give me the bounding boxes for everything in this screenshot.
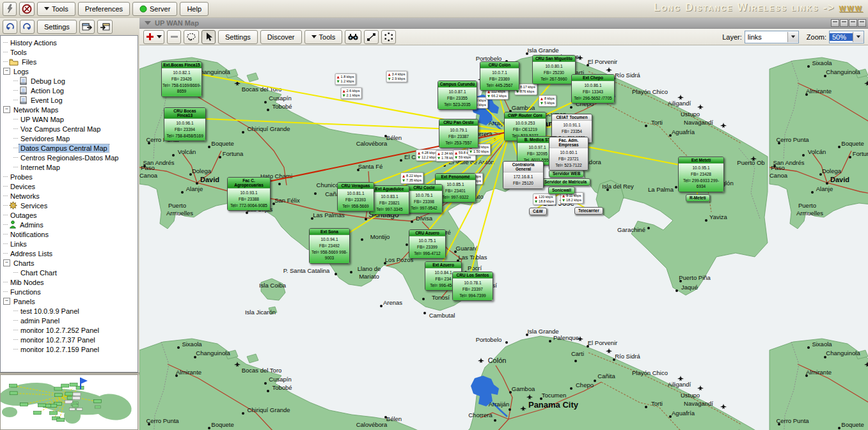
sidebar-item-tools[interactable]: Tools — [3, 47, 138, 57]
device-node-ext-sona[interactable]: Ext Sona10.0.94.1FB= 23492Tel= 958-5669 … — [309, 228, 350, 264]
sidebar-item-files[interactable]: Files — [3, 57, 138, 66]
maximize-button[interactable] — [858, 19, 866, 27]
sidebar-item-panels[interactable]: −Panels — [3, 296, 138, 306]
map-settings-button[interactable]: Settings — [218, 30, 258, 44]
link-tool-button[interactable] — [364, 30, 379, 44]
layout-1-button[interactable] — [831, 19, 839, 27]
sidebar-item-monitor-10-2-7-159-panel[interactable]: monitor 10.2.7.159 Panel — [13, 344, 138, 354]
flash-button[interactable] — [3, 2, 17, 16]
tools-menu[interactable]: Tools — [37, 2, 75, 16]
device-node-cru-pan-oeste[interactable]: CRU Pan Oeste10.0.79.1FB= 23387Tel= 253-… — [439, 119, 478, 148]
server-button[interactable]: Server — [132, 2, 177, 16]
sidebar-item-internet-map[interactable]: Internet Map — [13, 162, 138, 172]
selection-tool-button[interactable] — [381, 30, 396, 44]
device-node-fac-adm-empresas[interactable]: Fac. Adm. Empresas10.0.60.1FB= 23721Tel=… — [549, 137, 588, 171]
device-node-cru-san-miguelito[interactable]: CRU San Miguelito10.0.80.1FB= 25230Tel= … — [532, 55, 576, 84]
sidebar-item-history-actions[interactable]: History Actions — [3, 38, 138, 47]
expander-icon[interactable]: − — [3, 68, 10, 75]
brand-www-link[interactable]: www — [839, 2, 863, 13]
device-node-cru-veraguas[interactable]: CRU Veraguas10.0.81.1FB= 23393Tel= 958-5… — [337, 182, 374, 211]
expander-icon[interactable]: − — [3, 259, 10, 266]
sidebar-item-debug-log[interactable]: Debug Log — [13, 76, 138, 86]
redo-button[interactable] — [20, 20, 35, 34]
device-node-fac-c-agropecuarias[interactable]: Fac C. Agropecuarias10.0.93.1FB= 23388Te… — [227, 177, 271, 211]
device-node-cru-los-santos[interactable]: CRU Los Santos10.0.78.1FB= 23397Tel= 994… — [452, 272, 493, 301]
expander-icon[interactable]: − — [3, 298, 10, 305]
layout-2-button[interactable] — [840, 19, 848, 27]
settings-button[interactable]: Settings — [37, 20, 77, 34]
sidebar-item-test-10-0-9-9-panel[interactable]: test 10.0.9.9 Panel — [13, 306, 138, 316]
sidebar-item-devices[interactable]: Devices — [3, 181, 138, 191]
minimize-button[interactable] — [849, 19, 857, 27]
overview-minimap[interactable] — [0, 374, 138, 430]
sidebar-item-mib-nodes[interactable]: Mib Nodes — [3, 277, 138, 287]
sidebar-item-probes[interactable]: Probes — [3, 172, 138, 181]
sidebar-item-servidores-map[interactable]: Servidores Map — [13, 134, 138, 143]
sidebar-item-notifications[interactable]: Notifications — [3, 229, 138, 239]
device-node-cru-azuero[interactable]: CRU Azuero10.0.75.1FB= 23399Tel= 996-471… — [409, 229, 446, 259]
help-button[interactable]: Help — [180, 2, 209, 16]
sidebar-item-admins[interactable]: Admins — [3, 220, 138, 229]
device-node-r-metet-[interactable]: R-Metetí — [686, 194, 710, 202]
device-node-ext-metet-[interactable]: Ext Metetí10.0.95.1FB= 23428Tel= 299-693… — [678, 157, 724, 192]
sidebar-item-address-lists[interactable]: Address Lists — [3, 249, 138, 258]
zoom-select[interactable]: 50% — [829, 31, 864, 43]
device-node-campus-curund-[interactable]: Campus Curundú10.0.87.1FB= 23355Tel= 523… — [438, 81, 477, 110]
device-node-telecarrier[interactable]: Telecarrier — [574, 207, 603, 215]
network-map[interactable]: SixaolaChanguinolaBocas del ToroAlmirant… — [139, 45, 868, 430]
device-node-c-w[interactable]: C&W — [529, 208, 547, 215]
preferences-button[interactable]: Preferences — [78, 2, 130, 16]
sidebar-item-event-log[interactable]: Event Log — [13, 95, 138, 105]
sidebar-item-voz-campus-central-map[interactable]: Voz Campus Central Map — [13, 124, 138, 134]
device-node-cru-col-n[interactable]: CRU Colón10.0.7.1FB= 23369Tel= 445-2567 — [480, 61, 519, 91]
expander-icon[interactable]: − — [3, 106, 10, 113]
link-traffic-label[interactable]: 1.8 kbps1.2 kbps — [335, 73, 356, 85]
map-tab-header[interactable]: UP WAN Map — [139, 18, 868, 29]
device-node-servidor-de-matricula[interactable]: Servidor de Matricula — [541, 178, 590, 186]
export-window-button[interactable] — [79, 20, 95, 34]
link-traffic-label[interactable]: 8 kbps5 kbps — [539, 95, 556, 107]
sidebar-item-links[interactable]: Links — [3, 239, 138, 249]
device-node-ext-chepo[interactable]: Ext Chepo10.0.86.1FB= 13343Tel= 296-5652… — [571, 74, 615, 104]
lasso-button[interactable] — [184, 30, 199, 44]
sidebar-item-network-maps[interactable]: −Network Maps — [3, 105, 138, 114]
layer-select[interactable]: links — [745, 31, 799, 43]
add-button[interactable] — [143, 30, 164, 44]
sidebar-item-outages[interactable]: Outages — [3, 210, 138, 220]
sidebar-item-monitor-10-2-7-37-panel[interactable]: monitor 10.2.7.37 Panel — [13, 335, 138, 344]
device-node-contraloria-general[interactable]: Contraloria General172.16.8.1FB= 25120 — [503, 161, 544, 189]
link-traffic-label[interactable]: 8.22 kbps7.35 kbps — [400, 173, 423, 184]
sidebar-item-action-log[interactable]: Action Log — [13, 86, 138, 95]
discover-button[interactable]: Discover — [260, 30, 302, 44]
remove-button[interactable] — [167, 30, 181, 44]
device-node-servidor-web[interactable]: Servidor WEB — [549, 170, 584, 178]
sidebar-item-chart-chart[interactable]: Chart Chart — [13, 268, 138, 277]
disconnect-button[interactable] — [19, 2, 35, 16]
zoom-dropdown-icon[interactable] — [853, 32, 864, 42]
device-node-ext-aguadulce[interactable]: Ext Aguadulce10.0.83.1FB= 23821Tel= 997-… — [370, 185, 409, 215]
import-window-button[interactable] — [97, 20, 113, 34]
device-node-cru-bocas-finca13[interactable]: CRU Bocas Finca1310.0.96.1FB= 23394Tel= … — [164, 107, 206, 141]
sidebar-item-centros-regionales-datos-map[interactable]: Centros Regionales-Datos Map — [13, 153, 138, 162]
undo-button[interactable] — [3, 20, 17, 34]
sidebar-item-admin-panel[interactable]: admin Panel — [13, 316, 138, 325]
sidebar-item-services[interactable]: Services — [3, 201, 138, 210]
collapse-icon[interactable] — [145, 21, 151, 25]
device-node-ext-bocas-finca15[interactable]: Ext.Bocas Finca1510.0.82.1FB= 23426Tel= … — [161, 61, 202, 97]
sidebar-item-charts[interactable]: −Charts — [3, 258, 138, 268]
sidebar-item-functions[interactable]: Functions — [3, 287, 138, 296]
find-button[interactable] — [345, 30, 361, 44]
sidebar-item-datos-campus-central-map[interactable]: Datos Campus Central Map — [13, 143, 138, 153]
sidebar-item-monitor-10-2-7-252-panel[interactable]: monitor 10.2.7.252 Panel — [13, 325, 138, 335]
device-node-sonicwall[interactable]: Sonicwall — [548, 187, 575, 194]
map-tools-menu[interactable]: Tools — [304, 30, 343, 44]
link-traffic-label[interactable]: 3.4 kbps2.9 kbps — [386, 71, 407, 82]
layer-dropdown-icon[interactable] — [787, 32, 798, 42]
device-node-cru-cocl-[interactable]: CRU Coclé10.0.76.1FB= 23398Tel= 997-9542 — [406, 184, 443, 213]
pointer-button[interactable] — [201, 30, 216, 44]
sidebar-item-up-wan-map[interactable]: UP WAN Map — [13, 114, 138, 124]
link-traffic-label[interactable]: 120 kbps18.8 kbps — [533, 194, 556, 205]
sidebar-item-logs[interactable]: −Logs — [3, 66, 138, 76]
link-traffic-label[interactable]: 2.6 kbps2.1 kbps — [341, 88, 362, 99]
sidebar-item-networks[interactable]: Networks — [3, 191, 138, 201]
